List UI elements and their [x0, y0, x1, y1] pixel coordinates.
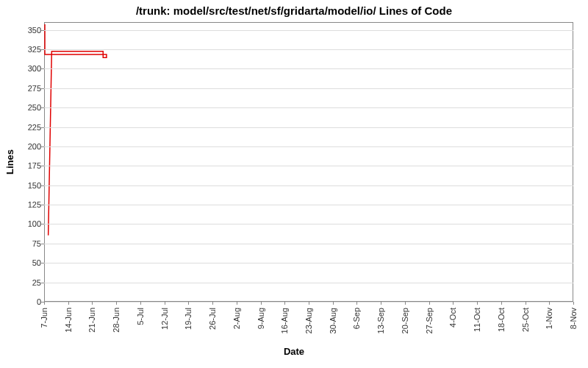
x-tick: 23-Aug	[304, 308, 313, 333]
x-tick: 6-Sep	[352, 308, 361, 329]
series-path	[45, 24, 107, 236]
y-tick-mark	[41, 205, 44, 205]
x-tick-mark	[165, 302, 165, 305]
x-tick: 9-Aug	[257, 308, 265, 329]
x-tick: 21-Jun	[87, 308, 96, 333]
x-tick-mark	[333, 302, 334, 305]
x-tick-mark	[212, 302, 213, 305]
y-tick-mark	[41, 49, 44, 50]
y-tick: 225	[21, 123, 41, 132]
x-tick-mark	[44, 302, 45, 305]
y-axis-label: Lines	[4, 149, 15, 174]
grid-y	[44, 107, 573, 108]
x-tick: 16-Aug	[280, 308, 289, 333]
x-tick-mark	[549, 302, 550, 305]
y-tick-mark	[41, 127, 44, 128]
grid-y	[44, 49, 573, 50]
x-tick-mark	[309, 302, 309, 305]
x-tick: 13-Sep	[376, 308, 385, 333]
y-tick-mark	[41, 224, 44, 224]
y-tick-mark	[41, 88, 44, 89]
y-tick-mark	[41, 30, 44, 31]
grid-y	[44, 166, 573, 166]
x-tick: 28-Jun	[112, 308, 121, 333]
x-tick-mark	[237, 302, 237, 305]
plot-area	[44, 22, 573, 302]
y-tick: 175	[21, 161, 41, 170]
x-tick: 11-Oct	[473, 308, 481, 332]
x-tick: 4-Oct	[448, 308, 457, 328]
x-tick: 26-Jul	[208, 308, 217, 330]
grid-y	[44, 205, 573, 205]
grid-y	[44, 146, 573, 147]
x-tick-mark	[116, 302, 117, 305]
y-tick: 325	[21, 45, 41, 54]
x-tick-mark	[140, 302, 141, 305]
y-tick-mark	[41, 283, 44, 283]
grid-y	[44, 88, 573, 89]
x-tick: 12-Jul	[160, 308, 169, 330]
y-tick: 25	[21, 278, 41, 287]
x-tick: 18-Oct	[497, 308, 506, 332]
y-tick-mark	[41, 68, 44, 69]
x-tick-mark	[68, 302, 69, 305]
y-tick-mark	[41, 146, 44, 147]
x-axis-label: Date	[0, 346, 588, 357]
x-tick-mark	[526, 302, 526, 305]
grid-y	[44, 68, 573, 69]
y-tick: 250	[21, 103, 41, 112]
y-tick: 200	[21, 142, 41, 151]
y-tick: 0	[21, 297, 41, 306]
x-tick: 1-Nov	[545, 308, 553, 329]
x-tick-mark	[261, 302, 262, 305]
y-tick: 50	[21, 258, 41, 267]
x-tick-mark	[573, 302, 574, 305]
y-tick-mark	[41, 185, 44, 186]
x-tick-mark	[501, 302, 502, 305]
y-tick-mark	[41, 107, 44, 108]
chart-title: /trunk: model/src/test/net/sf/gridarta/m…	[0, 4, 588, 17]
x-tick-mark	[453, 302, 453, 305]
x-tick: 14-Jun	[64, 308, 73, 333]
y-tick: 275	[21, 84, 41, 93]
y-tick-mark	[41, 244, 44, 244]
x-tick-mark	[429, 302, 430, 305]
y-tick: 75	[21, 239, 41, 248]
x-tick-mark	[405, 302, 406, 305]
y-tick-mark	[41, 166, 44, 166]
y-tick: 100	[21, 219, 41, 228]
grid-y	[44, 283, 573, 283]
x-tick: 27-Sep	[425, 308, 434, 333]
y-tick: 125	[21, 200, 41, 209]
x-tick-mark	[477, 302, 478, 305]
x-tick: 2-Aug	[232, 308, 241, 329]
x-tick: 19-Jul	[184, 308, 193, 330]
y-tick: 300	[21, 64, 41, 73]
y-tick: 150	[21, 181, 41, 190]
x-tick-mark	[356, 302, 357, 305]
grid-y	[44, 185, 573, 186]
x-tick-mark	[92, 302, 93, 305]
y-tick: 350	[21, 26, 41, 35]
x-tick-mark	[284, 302, 285, 305]
x-tick: 30-Aug	[329, 308, 337, 333]
grid-y	[44, 224, 573, 224]
y-tick-mark	[41, 263, 44, 263]
x-tick: 20-Sep	[401, 308, 409, 333]
x-tick: 7-Jun	[40, 308, 49, 328]
x-tick: 8-Nov	[569, 308, 578, 329]
x-tick: 25-Oct	[521, 308, 530, 332]
x-tick: 5-Jul	[136, 308, 145, 325]
x-tick-mark	[381, 302, 381, 305]
grid-y	[44, 30, 573, 31]
grid-y	[44, 263, 573, 263]
grid-y	[44, 127, 573, 128]
x-tick-mark	[188, 302, 189, 305]
line-series	[45, 23, 573, 301]
grid-y	[44, 244, 573, 244]
